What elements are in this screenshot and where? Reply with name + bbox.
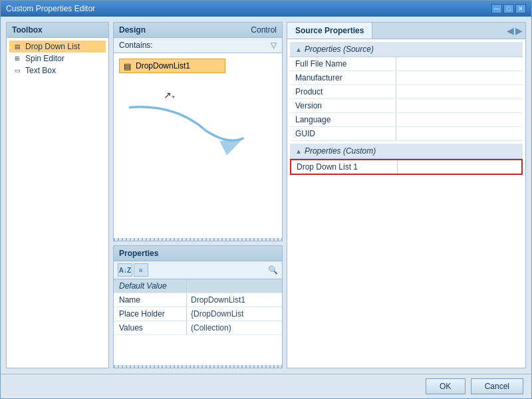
props-resize-handle[interactable]: [114, 365, 282, 368]
search-icon[interactable]: 🔍: [268, 265, 278, 275]
toolbox-items: ▤ Drop Down List ⊞ Spin Editor ▭ Text Bo…: [7, 38, 108, 368]
toolbox-item-textbox[interactable]: ▭ Text Box: [9, 65, 106, 76]
design-item-icon: ▤: [124, 62, 133, 70]
textbox-icon: ▭: [12, 66, 23, 75]
bottom-bar: OK Cancel: [1, 374, 531, 398]
custom-expand-icon[interactable]: ▲: [295, 148, 302, 155]
source-expand-icon[interactable]: ▲: [295, 46, 302, 53]
prop-row-name: Name DropDownList1: [114, 293, 282, 307]
design-panel: Design Control Contains: ▽: [113, 22, 283, 241]
source-name-fullfilename: Full File Name: [290, 57, 396, 70]
window-title: Custom Properties Editor: [6, 4, 95, 13]
main-window: Custom Properties Editor — □ ✕ Toolbox ▤…: [0, 0, 532, 399]
nav-next-arrow[interactable]: ▶: [515, 25, 523, 36]
design-title: Design: [119, 25, 146, 35]
dropdown-icon: ▤: [12, 42, 23, 51]
design-canvas[interactable]: ▤ DropDownList1 ↗+: [114, 53, 282, 238]
custom-section-header: ▲ Properties (Custom): [290, 144, 523, 159]
source-row-fullfilename: Full File Name: [290, 57, 523, 71]
prop-row-placeholder: Place Holder {DropDownList: [114, 307, 282, 321]
design-item-dropdown[interactable]: ▤ DropDownList1: [119, 59, 225, 73]
minimize-button[interactable]: —: [491, 4, 502, 13]
prop-name-name: Name: [114, 293, 187, 307]
custom-section-label: Properties (Custom): [305, 146, 376, 156]
design-resize-handle[interactable]: [114, 238, 282, 241]
preview-nav-arrows: ◀ ▶: [504, 25, 525, 36]
prop-name-defaultval: Default Value: [114, 279, 187, 293]
spin-icon: ⊞: [12, 54, 23, 63]
preview-content: ▲ Properties (Source) Full File Name Man…: [287, 39, 525, 368]
source-row-product: Product: [290, 85, 523, 99]
categorize-button[interactable]: ≡: [134, 263, 148, 277]
source-value-guid[interactable]: [396, 127, 523, 140]
design-header: Design Control: [114, 23, 282, 38]
control-label: Control: [251, 25, 277, 35]
source-properties-tab[interactable]: Source Properties: [287, 23, 372, 39]
prop-value-values[interactable]: (Collection): [187, 321, 282, 334]
toolbox-header: Toolbox: [7, 23, 108, 38]
custom-row-dropdown[interactable]: Drop Down List 1: [290, 159, 523, 175]
source-value-fullfilename[interactable]: [396, 57, 523, 70]
preview-panel: Source Properties ◀ ▶ ▲ Properties (Sour…: [287, 22, 526, 368]
title-bar-controls: — □ ✕: [491, 4, 526, 13]
middle-panel: Design Control Contains: ▽: [113, 22, 283, 368]
cursor-indicator: ↗+: [164, 90, 175, 100]
ok-button[interactable]: OK: [426, 378, 466, 394]
source-section-header: ▲ Properties (Source): [290, 42, 523, 57]
contains-label: Contains:: [119, 41, 153, 50]
prop-row-category: Default Value: [114, 279, 282, 293]
window-content: Toolbox ▤ Drop Down List ⊞ Spin Editor ▭…: [1, 17, 531, 374]
toolbox-item-label-spin: Spin Editor: [25, 54, 65, 63]
drag-arrow: [114, 53, 282, 238]
prop-value-name[interactable]: DropDownList1: [187, 293, 282, 307]
source-properties-table: Full File Name Manufacturer Product Vers…: [290, 57, 523, 141]
filter-icon[interactable]: ▽: [271, 41, 277, 50]
source-value-language[interactable]: [396, 113, 523, 126]
source-value-version[interactable]: [396, 99, 523, 112]
toolbox-panel: Toolbox ▤ Drop Down List ⊞ Spin Editor ▭…: [6, 22, 109, 368]
prop-value-defaultval: [187, 279, 282, 293]
sort-az-button[interactable]: A↓Z: [118, 263, 132, 277]
source-row-language: Language: [290, 113, 523, 127]
prop-value-placeholder[interactable]: {DropDownList: [187, 307, 282, 321]
custom-properties-table: Drop Down List 1: [290, 159, 523, 175]
toolbox-item-dropdown[interactable]: ▤ Drop Down List: [9, 41, 106, 53]
source-name-version: Version: [290, 99, 396, 112]
title-bar: Custom Properties Editor — □ ✕: [1, 1, 531, 17]
source-row-manufacturer: Manufacturer: [290, 71, 523, 85]
source-name-product: Product: [290, 85, 396, 98]
prop-row-values: Values (Collection): [114, 321, 282, 335]
cancel-button[interactable]: Cancel: [471, 378, 523, 394]
properties-table: Default Value Name DropDownList1 Place H…: [114, 279, 282, 365]
preview-header-tabs: Source Properties ◀ ▶: [287, 23, 525, 39]
custom-name-dropdown: Drop Down List 1: [291, 160, 398, 174]
source-value-manufacturer[interactable]: [396, 71, 523, 84]
toolbox-item-spin[interactable]: ⊞ Spin Editor: [9, 53, 106, 65]
source-name-language: Language: [290, 113, 396, 126]
title-bar-left: Custom Properties Editor: [6, 4, 95, 13]
toolbox-item-label-dropdown: Drop Down List: [25, 42, 80, 51]
properties-panel: Properties A↓Z ≡ 🔍 Default Value Name Dr…: [113, 245, 283, 368]
close-button[interactable]: ✕: [515, 4, 526, 13]
source-value-product[interactable]: [396, 85, 523, 98]
nav-prev-arrow[interactable]: ◀: [507, 25, 514, 36]
source-row-guid: GUID: [290, 127, 523, 141]
maximize-button[interactable]: □: [503, 4, 514, 13]
design-item-name: DropDownList1: [136, 61, 190, 70]
properties-header: Properties: [114, 246, 282, 261]
source-name-guid: GUID: [290, 127, 396, 140]
properties-toolbar: A↓Z ≡ 🔍: [114, 261, 282, 279]
design-toolbar: Contains: ▽: [114, 38, 282, 53]
source-row-version: Version: [290, 99, 523, 113]
source-section-label: Properties (Source): [305, 45, 374, 54]
source-name-manufacturer: Manufacturer: [290, 71, 396, 84]
toolbox-item-label-textbox: Text Box: [25, 66, 56, 75]
prop-name-placeholder: Place Holder: [114, 307, 187, 321]
custom-value-dropdown[interactable]: [398, 160, 521, 174]
prop-name-values: Values: [114, 321, 187, 334]
